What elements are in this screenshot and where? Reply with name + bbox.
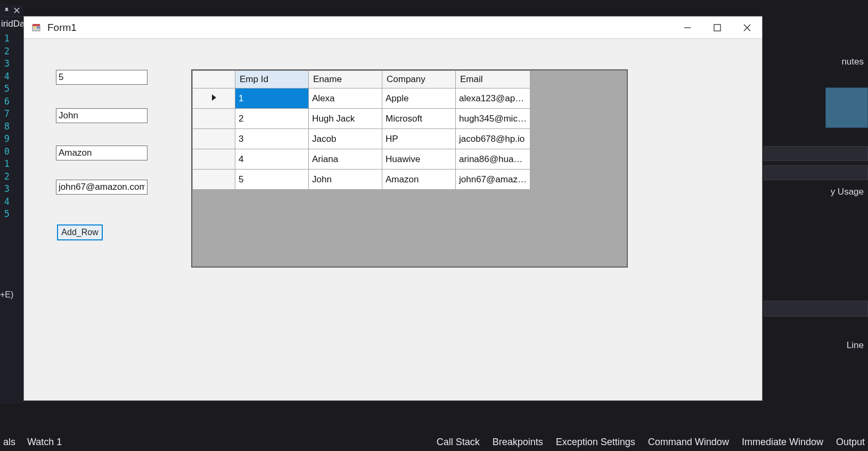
close-icon[interactable]	[13, 6, 20, 14]
row-indicator[interactable]	[193, 149, 235, 170]
minimize-button[interactable]	[673, 17, 702, 39]
diagnostics-thumbnail[interactable]	[825, 87, 868, 128]
grid-cell[interactable]: 2	[235, 109, 309, 129]
tab-output[interactable]: Output	[836, 437, 865, 448]
grid-body: 1 Alexa Apple alexa123@apple.io 2 Hugh J…	[193, 88, 530, 190]
editor-filename[interactable]: iridDa	[0, 17, 23, 31]
grid-cell[interactable]: Alexa	[309, 88, 382, 109]
panel-box[interactable]	[764, 146, 868, 161]
grid-cell[interactable]: 3	[235, 129, 309, 149]
table-row[interactable]: 5 John Amazon john67@amazon....	[193, 170, 530, 190]
ide-right-panels: nutes y Usage Line	[763, 4, 868, 404]
grid-cell[interactable]: Ariana	[309, 149, 382, 170]
svg-rect-1	[32, 24, 40, 26]
tab-command-window[interactable]: Command Window	[648, 437, 729, 448]
grid-cell[interactable]: 5	[235, 170, 309, 190]
grid-cell[interactable]: Apple	[382, 88, 456, 109]
grid-cell[interactable]: HP	[382, 129, 456, 149]
tab-locals[interactable]: als	[3, 437, 15, 448]
maximize-button[interactable]	[702, 17, 732, 39]
line-number-gutter: 1 2 3 4 5 6 7 8 9 0 1 2 3 4 5	[0, 31, 23, 221]
column-header-email[interactable]: Email	[456, 71, 530, 88]
employee-datagrid[interactable]: Emp Id Ename Company Email 1 Alexa Apple	[192, 70, 627, 267]
pin-icon[interactable]	[3, 6, 10, 14]
svg-rect-4	[714, 25, 720, 31]
grid-cell[interactable]: jacob678@hp.io	[456, 129, 530, 149]
grid-cell[interactable]: John	[309, 170, 382, 190]
grid-cell[interactable]: Microsoft	[382, 109, 456, 129]
grid-corner-cell[interactable]	[193, 71, 235, 88]
tab-breakpoints[interactable]: Breakpoints	[493, 437, 543, 448]
grid-cell[interactable]: Amazon	[382, 170, 456, 190]
email-input[interactable]	[56, 180, 148, 195]
grid-header-row: Emp Id Ename Company Email	[193, 71, 530, 88]
company-input[interactable]	[56, 146, 148, 160]
tab-watch1[interactable]: Watch 1	[27, 437, 62, 448]
tab-exception-settings[interactable]: Exception Settings	[556, 437, 635, 448]
column-header-empid[interactable]: Emp Id	[235, 71, 309, 88]
table-row[interactable]: 1 Alexa Apple alexa123@apple.io	[193, 88, 530, 109]
tab-call-stack[interactable]: Call Stack	[437, 437, 480, 448]
grid-cell[interactable]: 4	[235, 149, 309, 170]
row-indicator[interactable]	[193, 170, 235, 190]
grid-cell[interactable]: Hugh Jack	[309, 109, 382, 129]
grid-cell[interactable]: arina86@huawei...	[456, 149, 530, 170]
search-shortcut-hint: +E)	[0, 290, 13, 300]
panel-label-line: Line	[847, 340, 864, 351]
table-row[interactable]: 3 Jacob HP jacob678@hp.io	[193, 129, 530, 149]
row-indicator-icon[interactable]	[193, 88, 235, 109]
panel-label-usage[interactable]: y Usage	[831, 187, 864, 197]
grid-cell[interactable]: hugh345@micros...	[456, 109, 530, 129]
ename-input[interactable]	[56, 108, 148, 123]
tab-immediate-window[interactable]: Immediate Window	[742, 437, 823, 448]
svg-rect-3	[37, 27, 39, 28]
table-row[interactable]: 4 Ariana Huawive arina86@huawei...	[193, 149, 530, 170]
row-indicator[interactable]	[193, 129, 235, 149]
table-row[interactable]: 2 Hugh Jack Microsoft hugh345@micros...	[193, 109, 530, 129]
svg-rect-2	[34, 27, 36, 28]
row-indicator[interactable]	[193, 109, 235, 129]
add-row-button[interactable]: Add_Row	[57, 224, 103, 240]
ide-top-strip	[0, 0, 868, 4]
close-button[interactable]	[732, 17, 762, 39]
app-icon	[31, 22, 42, 33]
panel-box[interactable]	[764, 301, 868, 317]
form-client-area: Add_Row Emp Id Ename Company Email	[24, 39, 762, 400]
form-window: Form1 Add_Row Emp Id Ename Com	[23, 16, 763, 401]
empid-input[interactable]	[56, 70, 148, 85]
ide-left-gutter: iridDa 1 2 3 4 5 6 7 8 9 0 1 2 3 4 5 +E)	[0, 4, 23, 404]
panel-label-minutes[interactable]: nutes	[841, 57, 864, 67]
editor-tab-controls	[0, 4, 23, 17]
grid-cell[interactable]: 1	[235, 88, 309, 109]
grid-cell[interactable]: john67@amazon....	[456, 170, 530, 190]
column-header-company[interactable]: Company	[382, 71, 456, 88]
grid-cell[interactable]: Huawive	[382, 149, 456, 170]
ide-bottom-tabs: als Watch 1 Call Stack Breakpoints Excep…	[0, 433, 868, 451]
window-title: Form1	[47, 22, 77, 34]
grid-cell[interactable]: alexa123@apple.io	[456, 88, 530, 109]
panel-box[interactable]	[764, 165, 868, 180]
grid-cell[interactable]: Jacob	[309, 129, 382, 149]
column-header-ename[interactable]: Ename	[309, 71, 382, 88]
window-titlebar[interactable]: Form1	[24, 17, 762, 39]
